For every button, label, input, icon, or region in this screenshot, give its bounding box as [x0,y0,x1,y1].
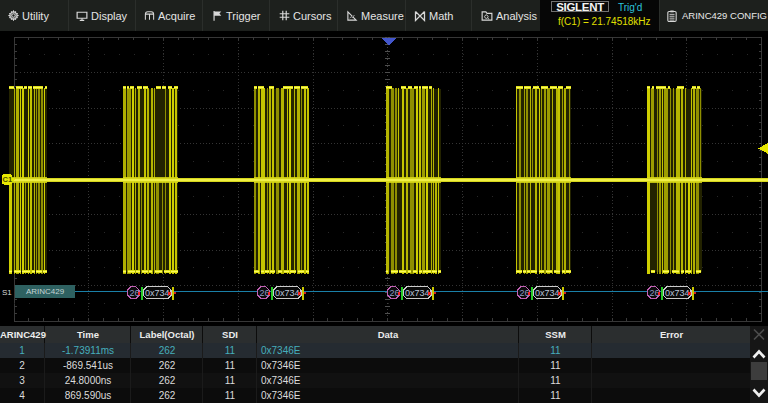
svg-text:0x734: 0x734 [275,288,300,298]
svg-text:ARINC429: ARINC429 [26,287,65,296]
svg-text:0x734: 0x734 [535,288,560,298]
svg-text:C1: C1 [3,175,13,184]
svg-text:0x734: 0x734 [405,288,430,298]
svg-text:0x734: 0x734 [665,288,690,298]
svg-text:S1: S1 [2,288,12,297]
svg-text:0x734: 0x734 [145,288,170,298]
